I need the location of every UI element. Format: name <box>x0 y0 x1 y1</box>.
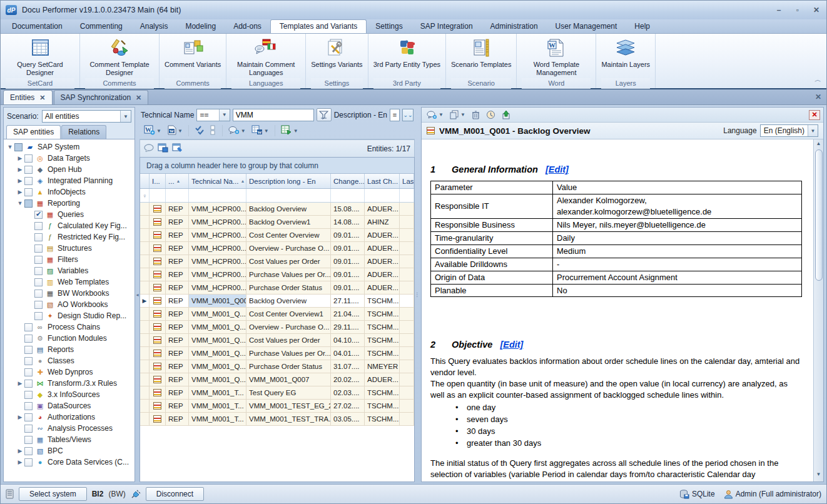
tree-checkbox[interactable] <box>24 436 33 444</box>
tree-item-infoobjects[interactable]: ▶▲InfoObjects <box>4 186 134 198</box>
menu-item-analysis[interactable]: Analysis <box>131 20 177 33</box>
filter-cell[interactable] <box>400 189 414 202</box>
tree-checkbox[interactable] <box>24 154 33 163</box>
menu-item-user-management[interactable]: User Management <box>547 20 626 33</box>
word-grid-export-icon[interactable]: W▼ <box>250 124 271 138</box>
left-tab-sap-entities[interactable]: SAP entities <box>6 125 61 139</box>
table-row[interactable]: REPVMM_M001_Q...Cost Values per Order04.… <box>140 334 414 347</box>
expand-icon[interactable]: ▶ <box>16 166 24 173</box>
tree-checkbox[interactable] <box>24 447 33 455</box>
tree-item-bpc[interactable]: ▶▧BPC <box>4 445 134 456</box>
left-splitter[interactable]: ◂ <box>135 107 140 482</box>
scroll-down-icon[interactable]: ▼ <box>816 471 821 480</box>
tree-item-web-dynpros[interactable]: ✚Web Dynpros <box>4 366 134 378</box>
tree-item-bw-workbooks[interactable]: ▦BW Workbooks <box>4 288 134 299</box>
save-layout-icon[interactable] <box>158 143 168 154</box>
edit-link[interactable]: [Edit] <box>500 340 523 350</box>
tab-close-icon[interactable]: ✕ <box>39 94 45 102</box>
filter-cell[interactable] <box>365 189 400 202</box>
comment-bubble-icon[interactable] <box>144 144 154 154</box>
tab-bar-close-icon[interactable]: ✕ <box>815 93 821 101</box>
tree-checkbox[interactable] <box>24 346 33 354</box>
filter-cell[interactable] <box>150 189 166 202</box>
filter-cell[interactable] <box>331 189 365 202</box>
tree-item-datasources[interactable]: ▣DataSources <box>4 400 134 411</box>
tree-checkbox[interactable] <box>34 211 43 219</box>
tree-item-web-templates[interactable]: ▥Web Templates <box>4 276 134 288</box>
expand-icon[interactable]: ▶ <box>16 448 24 454</box>
chevron-down-icon[interactable]: ▼ <box>156 128 161 134</box>
menu-item-add-ons[interactable]: Add-ons <box>225 20 270 33</box>
tree-checkbox[interactable] <box>24 166 33 174</box>
tree-item-structures[interactable]: ▤Structures <box>4 243 134 254</box>
filter-cell[interactable] <box>189 189 246 202</box>
ribbon-button-maintain-layers[interactable]: Maintain Layers <box>601 36 650 78</box>
tab-entities[interactable]: Entities✕ <box>3 90 53 104</box>
column-header-change-[interactable]: Change... <box>331 174 365 188</box>
tree-checkbox[interactable] <box>34 267 43 275</box>
tree-item-3-x-infosources[interactable]: ◆3.x InfoSources <box>4 389 134 400</box>
scroll-up-icon[interactable]: ▲ <box>816 141 821 149</box>
tree-checkbox[interactable] <box>24 391 33 399</box>
tree-item-analysis-processes[interactable]: ∾Analysis Processes <box>4 423 134 434</box>
table-row[interactable]: REPVMM_M001_T...VMM_M001_TEST_TRA...03.0… <box>140 413 414 426</box>
ribbon-button-comment-template-designer[interactable]: Comment Template Designer <box>85 36 154 78</box>
tree-item-open-hub[interactable]: ▶◆Open Hub <box>4 164 134 175</box>
tree-checkbox[interactable] <box>24 357 33 365</box>
ribbon-button-scenario-templates[interactable]: Scenario Templates <box>451 36 511 78</box>
tree-item-transform-3-x-rules[interactable]: ▶⋈Transform./3.x Rules <box>4 378 134 389</box>
table-row[interactable]: REPVMM_M001_Q...Purchase Values per Or..… <box>140 347 414 360</box>
ribbon-button-maintain-comment-languages[interactable]: Maintain Comment Languages <box>231 36 300 78</box>
table-row[interactable]: REPVMM_M001_Q...Purchase Order Status31.… <box>140 360 414 373</box>
tab-close-icon[interactable]: ✕ <box>136 94 141 102</box>
expand-icon[interactable]: ▶ <box>16 414 24 420</box>
word-file-icon[interactable]: W▼ <box>165 124 185 138</box>
tree-item-queries[interactable]: ▦Queries <box>4 209 134 220</box>
table-row[interactable]: REPVMM_M001_Q...Cost Center Overview121.… <box>140 308 414 321</box>
ribbon-button-comment-variants[interactable]: Comment Variants <box>165 36 221 78</box>
copy-document-icon[interactable]: ▼ <box>448 109 467 121</box>
add-comment-icon[interactable]: ▼ <box>226 124 248 138</box>
chevron-down-icon[interactable]: ▼ <box>293 128 298 134</box>
excel-export-icon[interactable]: ▼ <box>279 124 300 138</box>
language-dropdown[interactable]: En (English) ▼ <box>760 124 818 137</box>
tree-checkbox[interactable] <box>24 323 33 331</box>
menu-item-commenting[interactable]: Commenting <box>71 20 131 33</box>
ribbon-button-settings-variants[interactable]: Settings Variants <box>311 36 362 78</box>
edit-link[interactable]: [Edit] <box>545 164 569 174</box>
tree-checkbox[interactable] <box>34 278 43 286</box>
menu-item-sap-integration[interactable]: SAP Integration <box>412 20 482 33</box>
tree-checkbox[interactable] <box>24 199 33 208</box>
menu-item-documentation[interactable]: Documentation <box>3 20 71 33</box>
column-header-technical-na-[interactable]: Technical Na...▲ <box>189 174 246 188</box>
filter-button[interactable] <box>317 108 332 121</box>
collapse-icon[interactable]: ▼ <box>16 200 24 206</box>
table-row[interactable]: REPVMM_M001_T...VMM_M001_TEST_EG_227.02.… <box>140 400 414 413</box>
tree-item-calculated-key-fig-[interactable]: ƒCalculated Key Fig... <box>4 220 134 231</box>
ribbon-collapse-icon[interactable]: ︿ <box>814 75 821 84</box>
tree-item-authorizations[interactable]: ▶◕Authorizations <box>4 411 134 423</box>
group-by-bar[interactable]: Drag a column header here to group by th… <box>140 158 414 174</box>
tree-checkbox[interactable] <box>24 458 33 466</box>
tree-item-design-studio-rep-[interactable]: ✦Design Studio Rep... <box>4 310 134 321</box>
tree-checkbox[interactable] <box>24 335 33 343</box>
tree-item-process-chains[interactable]: ∞Process Chains <box>4 321 134 333</box>
tree-item-reporting[interactable]: ▼▦Reporting <box>4 198 134 209</box>
chevron-down-icon[interactable]: ▼ <box>241 128 246 134</box>
filter-cell[interactable] <box>166 189 189 202</box>
right-splitter[interactable]: ⋮ <box>415 107 419 482</box>
table-row[interactable]: REPVMM_HCPR00...Backlog Overview114.08..… <box>140 216 414 229</box>
tab-sap-synchronization[interactable]: SAP Synchronization✕ <box>54 90 149 104</box>
tree-item-classes[interactable]: ●Classes <box>4 355 134 366</box>
description-operator[interactable]: = <box>390 109 400 121</box>
column-header-last-ch-[interactable]: Last Ch... <box>365 174 400 188</box>
tree-checkbox[interactable] <box>24 413 33 421</box>
reload-layout-icon[interactable] <box>172 143 183 154</box>
ribbon-button-third-party-entity-types[interactable]: 3rd Party Entity Types <box>373 36 440 78</box>
tree-item-variables[interactable]: ▨Variables <box>4 265 134 276</box>
chevron-down-icon[interactable]: ▼ <box>219 109 230 121</box>
tree-checkbox[interactable] <box>34 290 43 298</box>
check-entities-icon[interactable] <box>193 124 206 138</box>
table-row[interactable]: REPVMM_HCPR00...Cost Center Overview09.0… <box>140 229 414 242</box>
filter-cell[interactable] <box>246 189 331 202</box>
